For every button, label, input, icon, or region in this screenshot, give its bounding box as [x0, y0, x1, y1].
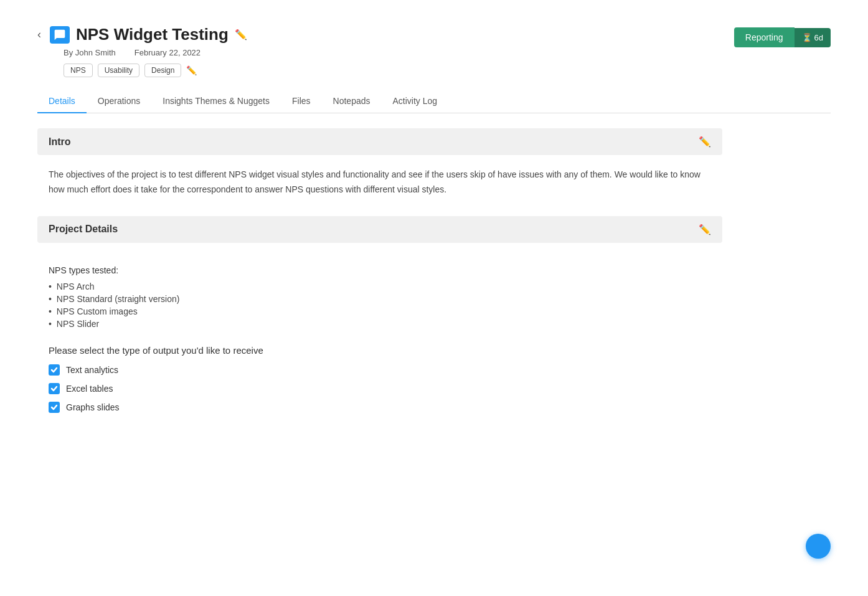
project-details-content: NPS types tested: NPS Arch NPS Standard …	[37, 255, 722, 433]
checkbox-icon-text-analytics[interactable]	[49, 364, 60, 376]
tag-usability: Usability	[98, 64, 139, 77]
tab-activity-log[interactable]: Activity Log	[382, 90, 449, 113]
date-label: February 22, 2022	[134, 48, 200, 57]
hourglass-icon: ⏳	[802, 33, 812, 42]
tab-details[interactable]: Details	[37, 90, 87, 113]
project-details-title: Project Details	[49, 224, 118, 235]
checkbox-excel-tables: Excel tables	[49, 383, 711, 394]
intro-content: The objectives of the project is to test…	[37, 168, 722, 216]
list-item: NPS Custom images	[49, 305, 711, 318]
intro-title: Intro	[49, 136, 71, 148]
tab-files[interactable]: Files	[281, 90, 322, 113]
intro-section-header: Intro ✏️	[37, 128, 722, 155]
checkbox-label-graphs-slides: Graphs slides	[66, 402, 120, 412]
project-icon	[50, 26, 70, 44]
checkbox-label-text-analytics: Text analytics	[66, 365, 118, 375]
reporting-button[interactable]: Reporting	[734, 27, 795, 47]
checkbox-text-analytics: Text analytics	[49, 364, 711, 376]
tags-edit-icon[interactable]: ✏️	[186, 65, 197, 75]
nps-types-list: NPS Arch NPS Standard (straight version)…	[49, 280, 711, 330]
tab-operations[interactable]: Operations	[87, 90, 151, 113]
back-button[interactable]: ‹	[37, 28, 41, 41]
project-details-section-header: Project Details ✏️	[37, 216, 722, 243]
checkbox-label-excel-tables: Excel tables	[66, 384, 113, 394]
tag-design: Design	[144, 64, 181, 77]
tab-notepads[interactable]: Notepads	[322, 90, 382, 113]
checkbox-icon-excel-tables[interactable]	[49, 383, 60, 394]
tabs-nav: Details Operations Insights Themes & Nug…	[37, 90, 831, 113]
author-label: By John Smith	[64, 48, 116, 57]
project-details-edit-icon[interactable]: ✏️	[699, 224, 711, 235]
checkbox-graphs-slides: Graphs slides	[49, 402, 711, 413]
nps-types-label: NPS types tested:	[49, 265, 711, 275]
output-label: Please select the type of output you'd l…	[49, 345, 711, 356]
title-edit-icon[interactable]: ✏️	[235, 29, 247, 40]
page-title: NPS Widget Testing	[76, 25, 229, 44]
tab-insights[interactable]: Insights Themes & Nuggets	[151, 90, 281, 113]
list-item: NPS Slider	[49, 318, 711, 330]
tag-nps: NPS	[64, 64, 93, 77]
time-badge: ⏳ 6d	[795, 28, 831, 47]
list-item: NPS Arch	[49, 280, 711, 293]
intro-edit-icon[interactable]: ✏️	[699, 136, 711, 148]
fab-button[interactable]	[806, 534, 831, 559]
list-item: NPS Standard (straight version)	[49, 293, 711, 305]
checkbox-icon-graphs-slides[interactable]	[49, 402, 60, 413]
